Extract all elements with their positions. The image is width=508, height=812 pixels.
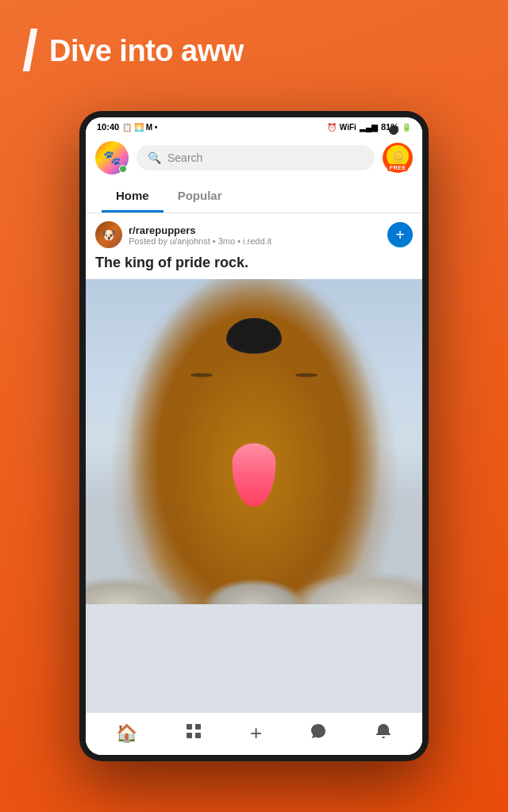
status-bar: 10:40 📋 🌅 M • ⏰ WiFi ▂▄▆ 81% 🔋	[86, 117, 422, 136]
svg-rect-3	[195, 733, 201, 738]
background: / Dive into aww 10:40 📋 🌅 M • ⏰ WiFi ▂▄▆…	[0, 0, 508, 812]
tab-home[interactable]: Home	[102, 181, 164, 213]
dog-eye-right	[295, 373, 318, 377]
nav-home[interactable]: 🏠	[116, 723, 137, 744]
nav-browse[interactable]	[185, 722, 202, 745]
dog-eyes	[86, 370, 422, 380]
post-title: The king of pride rock.	[86, 251, 422, 279]
status-right: ⏰ WiFi ▂▄▆ 81% 🔋	[327, 122, 411, 132]
post-feed: 🐶 r/rarepuppers Posted by u/anjohnst • 3…	[86, 213, 422, 712]
status-icons: 📋 🌅 M •	[122, 123, 157, 132]
dog-nose	[226, 318, 282, 354]
dog-mouth	[198, 435, 310, 515]
post-card: 🐶 r/rarepuppers Posted by u/anjohnst • 3…	[86, 213, 422, 604]
tagline: Dive into aww	[49, 34, 244, 68]
user-avatar[interactable]: 🐾	[95, 141, 129, 174]
front-camera-icon	[389, 125, 398, 135]
notifications-icon	[375, 722, 392, 745]
dog-tongue	[233, 443, 276, 507]
app-header: 🐾 🔍 Search 🪙 FREE	[86, 136, 422, 181]
search-icon: 🔍	[148, 151, 161, 164]
subreddit-name[interactable]: r/rarepuppers	[129, 224, 271, 236]
svg-rect-2	[187, 733, 192, 738]
coin-badge[interactable]: 🪙 FREE	[383, 143, 413, 173]
search-bar[interactable]: 🔍 Search	[137, 145, 375, 170]
branding-area: / Dive into aww	[22, 22, 244, 79]
chat-icon	[310, 722, 327, 745]
coin-free-label: FREE	[387, 164, 409, 171]
slash-icon: /	[22, 22, 38, 79]
status-signal: ▂▄▆	[360, 123, 378, 132]
svg-rect-0	[187, 724, 192, 730]
status-time: 10:40	[97, 122, 119, 132]
status-battery-icon: 🔋	[402, 123, 411, 132]
post-meta: r/rarepuppers Posted by u/anjohnst • 3mo…	[129, 224, 271, 246]
screen: 10:40 📋 🌅 M • ⏰ WiFi ▂▄▆ 81% 🔋 🐾 🔍	[86, 117, 422, 755]
subreddit-avatar[interactable]: 🐶	[95, 221, 122, 248]
post-image	[86, 279, 422, 604]
browse-icon	[185, 722, 202, 745]
post-details: Posted by u/anjohnst • 3mo • i.redd.it	[129, 236, 271, 246]
join-button[interactable]: +	[387, 222, 413, 247]
status-left: 10:40 📋 🌅 M •	[97, 122, 157, 132]
rocks-background	[86, 541, 422, 604]
post-header-left: 🐶 r/rarepuppers Posted by u/anjohnst • 3…	[95, 221, 271, 248]
nav-chat[interactable]	[310, 722, 327, 745]
tab-popular[interactable]: Popular	[164, 181, 237, 213]
svg-rect-1	[195, 724, 201, 730]
status-alarm: ⏰	[327, 123, 337, 132]
post-header: 🐶 r/rarepuppers Posted by u/anjohnst • 3…	[86, 213, 422, 251]
create-icon: +	[250, 721, 262, 745]
home-icon: 🏠	[116, 723, 137, 744]
dog-eye-left	[190, 373, 213, 377]
status-wifi: WiFi	[340, 123, 356, 132]
nav-notifications[interactable]	[375, 722, 392, 745]
feed-tabs: Home Popular	[86, 181, 422, 213]
nav-create[interactable]: +	[250, 721, 262, 745]
bottom-nav: 🏠 +	[86, 712, 422, 755]
search-placeholder: Search	[167, 151, 202, 164]
tablet-frame: 10:40 📋 🌅 M • ⏰ WiFi ▂▄▆ 81% 🔋 🐾 🔍	[79, 111, 429, 761]
